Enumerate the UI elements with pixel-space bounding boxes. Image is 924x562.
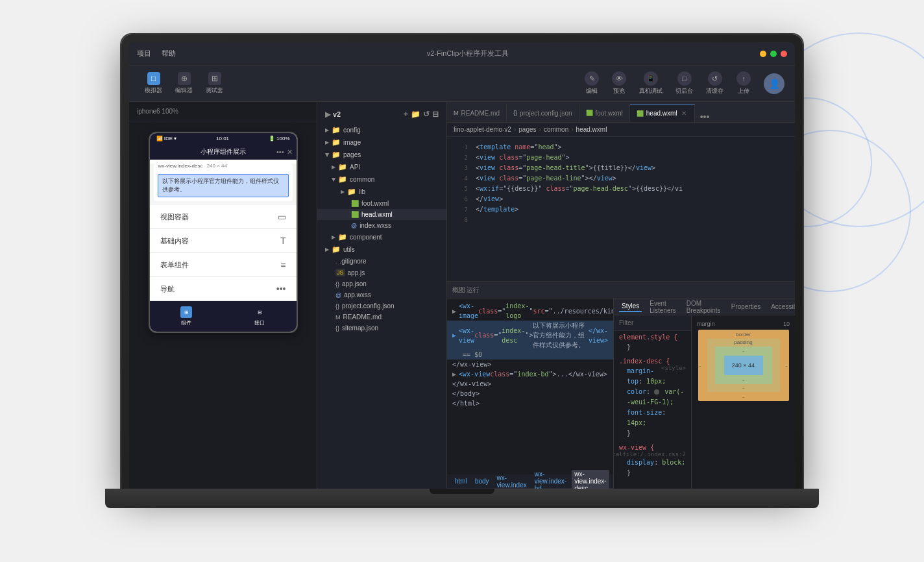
section-icon-3: ••• <box>276 284 286 294</box>
file-item-utils[interactable]: ▶ 📁 utils <box>317 243 446 256</box>
phone-nav-components[interactable]: ⊞ 组件 <box>180 306 192 326</box>
file-item-app-json[interactable]: {} app.json <box>317 278 446 289</box>
file-item-config[interactable]: ▶ 📁 config <box>317 124 446 136</box>
folder-icon: 📁 <box>332 151 341 159</box>
menu-item-project[interactable]: 项目 <box>137 49 151 58</box>
section-label-1: 基础内容 <box>160 236 189 246</box>
collapse-icon[interactable]: ⊟ <box>432 110 439 119</box>
phone-nav-api[interactable]: ⊟ 接口 <box>254 306 265 326</box>
laptop-notch <box>430 489 494 494</box>
breadcrumb-item-2[interactable]: common <box>544 126 568 133</box>
preview-icon: 👁 <box>612 71 626 86</box>
window-controls <box>760 51 787 57</box>
tab-label: foot.wxml <box>596 110 623 117</box>
expand-arrow[interactable]: ▶ <box>452 330 456 340</box>
html-breadcrumb-wx-index-desc[interactable]: wx-view.index-desc <box>572 470 609 489</box>
json-tab-icon: {} <box>513 110 517 116</box>
clear-cache-label: 清缓存 <box>706 87 723 95</box>
file-item-app-js[interactable]: JS app.js <box>317 267 446 278</box>
line-number: 8 <box>452 215 468 225</box>
file-item-index-wxss[interactable]: @ index.wxss <box>317 220 446 231</box>
chevron-icon: ▶ <box>332 164 335 170</box>
file-item-sitemap[interactable]: {} sitemap.json <box>317 323 446 334</box>
json-icon: {} <box>335 303 339 310</box>
file-item-pages[interactable]: ▶ 📁 pages <box>317 149 446 161</box>
file-item-project-config[interactable]: {} project.config.json <box>317 300 446 312</box>
clear-cache-button[interactable]: ↺ 清缓存 <box>706 71 723 95</box>
tab-close-button[interactable]: ✕ <box>680 110 688 117</box>
styles-tab-dom-breakpoints[interactable]: DOM Breakpoints <box>684 299 723 315</box>
expand-arrow[interactable]: ▶ <box>452 369 456 379</box>
tab-readme[interactable]: M README.md <box>447 104 507 122</box>
html-breadcrumb-html[interactable]: html <box>452 477 470 485</box>
tab-foot-wxml[interactable]: 🟩 foot.wxml <box>579 104 630 122</box>
styles-tab-event-listeners[interactable]: Event Listeners <box>647 299 679 315</box>
devtools-html-tree: ▶ <wx-image class="index-logo" src="../r… <box>447 299 613 489</box>
close-button[interactable] <box>781 51 787 57</box>
file-item-image[interactable]: ▶ 📁 image <box>317 136 446 149</box>
styles-tab-styles[interactable]: Styles <box>619 301 642 312</box>
html-breadcrumb-body[interactable]: body <box>472 477 492 485</box>
device-debug-button[interactable]: 📱 真机调试 <box>639 71 663 95</box>
phone-content: wx-view.index-desc 240 × 44 以下将展示小程序官方组件… <box>150 164 297 301</box>
background-button[interactable]: □ 切后台 <box>675 71 693 95</box>
chevron-open-icon: ▶ <box>324 153 330 157</box>
html-breadcrumb-wx-index[interactable]: wx-view.index <box>494 474 529 489</box>
phone-close-icon[interactable]: ✕ <box>287 148 293 156</box>
phone-more-icon[interactable]: ••• <box>276 148 284 156</box>
styles-tab-properties[interactable]: Properties <box>729 302 764 312</box>
html-breadcrumb-wx-index-hd[interactable]: wx-view.index-hd <box>532 470 569 489</box>
test-button[interactable]: ⊞ 测试套 <box>201 69 228 97</box>
phone-section-2[interactable]: 表单组件 ≡ <box>150 253 297 277</box>
file-name: project.config.json <box>342 302 395 310</box>
tab-project-config[interactable]: {} project.config.json <box>507 104 579 122</box>
css-closing: } <box>619 428 686 439</box>
file-item-foot-wxml[interactable]: 🟩 foot.wxml <box>317 198 446 209</box>
app-window-content: 项目 帮助 v2-FinClip小程序开发工具 □ <box>129 42 795 489</box>
file-panel: ▶ v2 + 📁 ↺ ⊟ ▶ 📁 config <box>317 102 447 489</box>
editor-button[interactable]: ⊕ 编辑器 <box>170 69 198 97</box>
file-item-api[interactable]: ▶ 📁 API <box>317 161 446 173</box>
refresh-icon[interactable]: ↺ <box>423 110 430 119</box>
phone-section-0[interactable]: 视图容器 ▭ <box>150 205 297 229</box>
file-item-common[interactable]: ▶ 📁 common <box>317 173 446 186</box>
gitignore-icon: . <box>335 258 337 265</box>
edit-button[interactable]: ✎ 编辑 <box>585 71 599 95</box>
html-line-5: </wx-view> <box>447 379 613 389</box>
new-file-icon[interactable]: + <box>404 110 408 119</box>
components-nav-icon: ⊞ <box>180 306 192 318</box>
more-tabs-button[interactable]: ••• <box>695 112 715 122</box>
expand-arrow[interactable]: ▶ <box>452 306 456 316</box>
padding-label: padding <box>733 339 753 345</box>
code-line-4: 4 <view class="page-head-line"></view> <box>447 173 795 184</box>
file-item-gitignore[interactable]: . .gitignore <box>317 256 446 267</box>
menu-item-help[interactable]: 帮助 <box>162 49 176 58</box>
file-name: sitemap.json <box>342 324 378 332</box>
file-item-head-wxml[interactable]: 🟩 head.wxml <box>317 209 446 220</box>
maximize-button[interactable] <box>770 51 777 57</box>
phone-section-3[interactable]: 导航 ••• <box>150 277 297 301</box>
file-item-app-wxss[interactable]: @ app.wxss <box>317 289 446 300</box>
upload-button[interactable]: ↑ 上传 <box>736 71 751 95</box>
minimize-button[interactable] <box>760 51 766 57</box>
phone-size-label: iphone6 100% <box>137 108 178 115</box>
file-item-readme[interactable]: M README.md <box>317 312 446 323</box>
new-folder-icon[interactable]: 📁 <box>411 110 420 119</box>
box-model-visual: - - - - border <box>698 330 789 401</box>
breadcrumb-item-1[interactable]: pages <box>518 126 536 133</box>
user-avatar[interactable]: 👤 <box>764 73 784 94</box>
styles-tab-accessibility[interactable]: Accessibility <box>768 302 795 312</box>
phone-section-1[interactable]: 基础内容 T <box>150 229 297 253</box>
file-item-lib[interactable]: ▶ 📁 lib <box>317 186 446 198</box>
components-nav-label: 组件 <box>181 319 191 326</box>
breadcrumb-item-0[interactable]: fino-applet-demo-v2 <box>454 126 511 133</box>
tab-head-wxml[interactable]: 🟩 head.wxml ✕ <box>630 104 695 122</box>
js-icon: JS <box>335 269 345 276</box>
filter-input[interactable] <box>619 319 691 326</box>
toolbar-right: ✎ 编辑 👁 预览 📱 真机调试 □ 切后台 <box>585 71 784 95</box>
code-editor[interactable]: 1 <template name="head"> 2 < <box>447 137 795 281</box>
simulator-button[interactable]: □ 模拟器 <box>140 69 167 97</box>
window-title: v2-FinClip小程序开发工具 <box>176 49 760 58</box>
preview-button[interactable]: 👁 预览 <box>612 71 626 95</box>
file-item-component[interactable]: ▶ 📁 component <box>317 231 446 243</box>
